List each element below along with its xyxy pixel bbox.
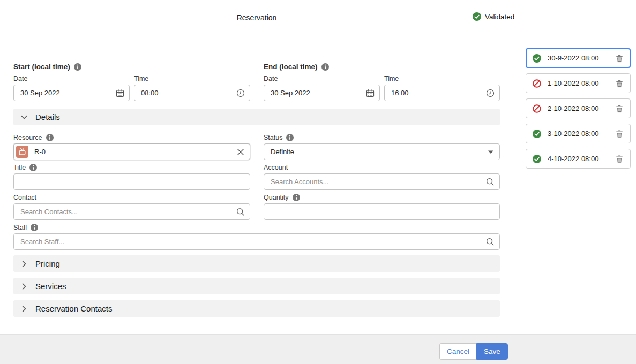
start-label-text: Start (local time)	[13, 63, 70, 71]
resource-value: R-0	[34, 148, 46, 156]
resource-label: Resource	[13, 134, 54, 141]
invalid-status-icon	[533, 104, 541, 113]
section-reservation-contacts[interactable]: Reservation Contacts	[13, 300, 500, 317]
occurrence-card[interactable]: 3-10-2022 08:00	[526, 124, 631, 143]
contact-search-input[interactable]	[13, 203, 250, 220]
occurrence-datetime: 1-10-2022 08:00	[548, 79, 598, 87]
chevron-right-icon	[20, 260, 28, 268]
page-title: Reservation	[237, 13, 277, 22]
quantity-input[interactable]	[264, 203, 500, 220]
delete-occurrence-icon[interactable]	[615, 104, 624, 113]
occurrence-datetime: 30-9-2022 08:00	[548, 54, 598, 62]
end-date-input[interactable]	[264, 85, 380, 101]
staff-search-input[interactable]	[13, 233, 500, 250]
title-field-wrap	[13, 173, 250, 190]
contact-field-wrap	[13, 203, 250, 220]
validated-check-icon	[473, 12, 481, 21]
dialog-footer: Cancel Save	[0, 334, 636, 364]
validation-status-badge: Validated	[473, 12, 514, 21]
quantity-field-wrap	[264, 203, 500, 220]
resource-field[interactable]: R-0	[13, 143, 250, 160]
chevron-right-icon	[20, 283, 28, 290]
occurrence-card[interactable]: 4-10-2022 08:00	[526, 149, 631, 169]
save-button[interactable]: Save	[476, 343, 508, 360]
status-selected-value: Definite	[271, 148, 294, 156]
delete-occurrence-icon[interactable]	[615, 130, 624, 138]
delete-occurrence-icon[interactable]	[615, 155, 624, 163]
delete-occurrence-icon[interactable]	[615, 54, 624, 63]
start-date-input[interactable]	[13, 85, 130, 101]
occurrence-datetime: 3-10-2022 08:00	[548, 130, 598, 138]
occurrence-datetime: 2-10-2022 08:00	[548, 104, 598, 112]
section-services[interactable]: Services	[13, 278, 500, 294]
occurrence-card[interactable]: 30-9-2022 08:00	[526, 48, 631, 68]
title-info-icon[interactable]	[29, 164, 37, 171]
account-label: Account	[264, 164, 288, 171]
resource-type-icon	[16, 146, 28, 158]
account-field-wrap	[264, 173, 500, 190]
chevron-down-icon	[20, 113, 28, 121]
end-group-label: End (local time)	[264, 63, 329, 71]
resource-info-icon[interactable]	[46, 134, 54, 141]
quantity-label: Quantity	[264, 194, 300, 201]
end-time-label: Time	[384, 75, 399, 82]
status-info-icon[interactable]	[286, 134, 294, 141]
staff-info-icon[interactable]	[31, 224, 38, 231]
end-time-input[interactable]	[384, 85, 500, 101]
section-reservation-contacts-label: Reservation Contacts	[35, 304, 112, 313]
section-pricing[interactable]: Pricing	[13, 255, 500, 272]
start-group-label: Start (local time)	[13, 63, 81, 71]
start-time-field-wrap	[134, 85, 250, 101]
footer-button-group: Cancel Save	[439, 343, 508, 360]
staff-field-wrap	[13, 233, 500, 250]
status-select[interactable]: Definite	[264, 143, 500, 160]
section-details[interactable]: Details	[13, 109, 500, 125]
caret-down-icon	[488, 149, 494, 155]
chevron-right-icon	[20, 305, 28, 313]
title-label: Title	[13, 164, 37, 171]
contact-label: Contact	[13, 194, 36, 201]
end-date-field-wrap	[264, 85, 380, 101]
validated-label: Validated	[485, 13, 514, 21]
occurrence-list: 30-9-2022 08:00 1-10-2022 08:00 2-10-202…	[526, 48, 631, 174]
cancel-button[interactable]: Cancel	[439, 343, 476, 360]
end-date-label: Date	[264, 75, 278, 82]
occurrence-card[interactable]: 1-10-2022 08:00	[526, 73, 631, 93]
invalid-status-icon	[533, 79, 541, 88]
start-date-field-wrap	[13, 85, 130, 101]
valid-status-icon	[533, 54, 541, 63]
section-details-label: Details	[35, 112, 60, 122]
start-time-input[interactable]	[134, 85, 250, 101]
end-label-text: End (local time)	[264, 63, 318, 71]
delete-occurrence-icon[interactable]	[615, 79, 624, 88]
valid-status-icon	[533, 130, 541, 138]
status-label: Status	[264, 134, 294, 141]
account-search-input[interactable]	[264, 173, 500, 190]
end-info-icon[interactable]	[321, 63, 329, 71]
section-pricing-label: Pricing	[35, 259, 60, 268]
start-date-label: Date	[13, 75, 27, 82]
dialog-header: Reservation Validated	[0, 0, 636, 37]
quantity-info-icon[interactable]	[293, 194, 300, 201]
start-time-label: Time	[134, 75, 148, 82]
title-input[interactable]	[13, 173, 250, 190]
section-services-label: Services	[35, 282, 66, 291]
resource-clear-icon[interactable]	[237, 148, 244, 156]
valid-status-icon	[533, 155, 541, 163]
occurrence-datetime: 4-10-2022 08:00	[548, 155, 598, 163]
start-info-icon[interactable]	[74, 63, 81, 71]
occurrence-card[interactable]: 2-10-2022 08:00	[526, 98, 631, 118]
staff-label: Staff	[13, 224, 38, 231]
end-time-field-wrap	[384, 85, 500, 101]
